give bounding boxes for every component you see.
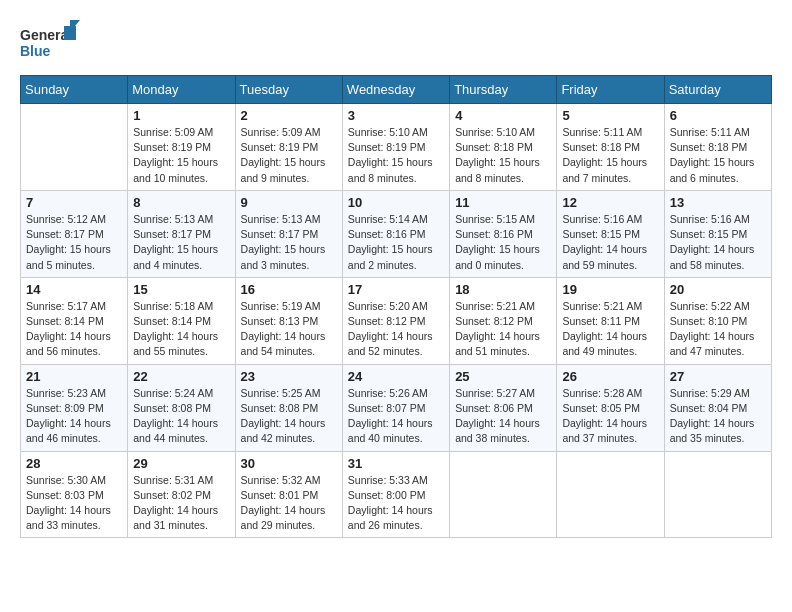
calendar-cell: 14Sunrise: 5:17 AMSunset: 8:14 PMDayligh… xyxy=(21,277,128,364)
day-info: Sunrise: 5:24 AMSunset: 8:08 PMDaylight:… xyxy=(133,386,229,447)
day-info: Sunrise: 5:32 AMSunset: 8:01 PMDaylight:… xyxy=(241,473,337,534)
day-number: 4 xyxy=(455,108,551,123)
calendar-cell: 21Sunrise: 5:23 AMSunset: 8:09 PMDayligh… xyxy=(21,364,128,451)
weekday-header-monday: Monday xyxy=(128,76,235,104)
calendar-cell: 25Sunrise: 5:27 AMSunset: 8:06 PMDayligh… xyxy=(450,364,557,451)
calendar-cell: 11Sunrise: 5:15 AMSunset: 8:16 PMDayligh… xyxy=(450,190,557,277)
calendar-cell: 7Sunrise: 5:12 AMSunset: 8:17 PMDaylight… xyxy=(21,190,128,277)
calendar-cell: 4Sunrise: 5:10 AMSunset: 8:18 PMDaylight… xyxy=(450,104,557,191)
day-number: 22 xyxy=(133,369,229,384)
calendar-cell: 5Sunrise: 5:11 AMSunset: 8:18 PMDaylight… xyxy=(557,104,664,191)
day-info: Sunrise: 5:14 AMSunset: 8:16 PMDaylight:… xyxy=(348,212,444,273)
weekday-header-thursday: Thursday xyxy=(450,76,557,104)
day-number: 23 xyxy=(241,369,337,384)
day-number: 6 xyxy=(670,108,766,123)
day-info: Sunrise: 5:21 AMSunset: 8:11 PMDaylight:… xyxy=(562,299,658,360)
day-number: 11 xyxy=(455,195,551,210)
calendar-cell: 29Sunrise: 5:31 AMSunset: 8:02 PMDayligh… xyxy=(128,451,235,538)
day-number: 13 xyxy=(670,195,766,210)
calendar-cell: 30Sunrise: 5:32 AMSunset: 8:01 PMDayligh… xyxy=(235,451,342,538)
calendar-cell: 31Sunrise: 5:33 AMSunset: 8:00 PMDayligh… xyxy=(342,451,449,538)
weekday-header-wednesday: Wednesday xyxy=(342,76,449,104)
calendar-week-1: 1Sunrise: 5:09 AMSunset: 8:19 PMDaylight… xyxy=(21,104,772,191)
day-info: Sunrise: 5:09 AMSunset: 8:19 PMDaylight:… xyxy=(241,125,337,186)
calendar-cell: 12Sunrise: 5:16 AMSunset: 8:15 PMDayligh… xyxy=(557,190,664,277)
day-number: 7 xyxy=(26,195,122,210)
day-info: Sunrise: 5:11 AMSunset: 8:18 PMDaylight:… xyxy=(562,125,658,186)
day-info: Sunrise: 5:27 AMSunset: 8:06 PMDaylight:… xyxy=(455,386,551,447)
svg-text:Blue: Blue xyxy=(20,43,51,59)
day-info: Sunrise: 5:29 AMSunset: 8:04 PMDaylight:… xyxy=(670,386,766,447)
day-number: 10 xyxy=(348,195,444,210)
day-number: 24 xyxy=(348,369,444,384)
day-info: Sunrise: 5:30 AMSunset: 8:03 PMDaylight:… xyxy=(26,473,122,534)
calendar-cell xyxy=(664,451,771,538)
day-number: 29 xyxy=(133,456,229,471)
calendar-table: SundayMondayTuesdayWednesdayThursdayFrid… xyxy=(20,75,772,538)
day-info: Sunrise: 5:18 AMSunset: 8:14 PMDaylight:… xyxy=(133,299,229,360)
calendar-week-4: 21Sunrise: 5:23 AMSunset: 8:09 PMDayligh… xyxy=(21,364,772,451)
day-number: 21 xyxy=(26,369,122,384)
day-number: 30 xyxy=(241,456,337,471)
calendar-cell xyxy=(21,104,128,191)
day-number: 14 xyxy=(26,282,122,297)
day-number: 5 xyxy=(562,108,658,123)
day-info: Sunrise: 5:12 AMSunset: 8:17 PMDaylight:… xyxy=(26,212,122,273)
day-number: 1 xyxy=(133,108,229,123)
calendar-cell: 22Sunrise: 5:24 AMSunset: 8:08 PMDayligh… xyxy=(128,364,235,451)
calendar-cell: 3Sunrise: 5:10 AMSunset: 8:19 PMDaylight… xyxy=(342,104,449,191)
calendar-cell: 10Sunrise: 5:14 AMSunset: 8:16 PMDayligh… xyxy=(342,190,449,277)
calendar-cell: 9Sunrise: 5:13 AMSunset: 8:17 PMDaylight… xyxy=(235,190,342,277)
day-info: Sunrise: 5:15 AMSunset: 8:16 PMDaylight:… xyxy=(455,212,551,273)
day-info: Sunrise: 5:16 AMSunset: 8:15 PMDaylight:… xyxy=(562,212,658,273)
day-number: 8 xyxy=(133,195,229,210)
weekday-header-sunday: Sunday xyxy=(21,76,128,104)
day-number: 20 xyxy=(670,282,766,297)
day-info: Sunrise: 5:28 AMSunset: 8:05 PMDaylight:… xyxy=(562,386,658,447)
day-info: Sunrise: 5:26 AMSunset: 8:07 PMDaylight:… xyxy=(348,386,444,447)
day-info: Sunrise: 5:31 AMSunset: 8:02 PMDaylight:… xyxy=(133,473,229,534)
calendar-week-3: 14Sunrise: 5:17 AMSunset: 8:14 PMDayligh… xyxy=(21,277,772,364)
day-info: Sunrise: 5:10 AMSunset: 8:19 PMDaylight:… xyxy=(348,125,444,186)
calendar-cell: 19Sunrise: 5:21 AMSunset: 8:11 PMDayligh… xyxy=(557,277,664,364)
calendar-cell: 1Sunrise: 5:09 AMSunset: 8:19 PMDaylight… xyxy=(128,104,235,191)
day-info: Sunrise: 5:13 AMSunset: 8:17 PMDaylight:… xyxy=(241,212,337,273)
day-number: 26 xyxy=(562,369,658,384)
day-info: Sunrise: 5:16 AMSunset: 8:15 PMDaylight:… xyxy=(670,212,766,273)
day-info: Sunrise: 5:23 AMSunset: 8:09 PMDaylight:… xyxy=(26,386,122,447)
calendar-week-2: 7Sunrise: 5:12 AMSunset: 8:17 PMDaylight… xyxy=(21,190,772,277)
calendar-cell xyxy=(557,451,664,538)
calendar-cell: 2Sunrise: 5:09 AMSunset: 8:19 PMDaylight… xyxy=(235,104,342,191)
day-number: 9 xyxy=(241,195,337,210)
logo-svg: GeneralBlue xyxy=(20,20,80,65)
day-number: 27 xyxy=(670,369,766,384)
day-number: 25 xyxy=(455,369,551,384)
day-info: Sunrise: 5:19 AMSunset: 8:13 PMDaylight:… xyxy=(241,299,337,360)
logo: GeneralBlue xyxy=(20,20,80,65)
calendar-cell: 18Sunrise: 5:21 AMSunset: 8:12 PMDayligh… xyxy=(450,277,557,364)
day-number: 18 xyxy=(455,282,551,297)
day-info: Sunrise: 5:22 AMSunset: 8:10 PMDaylight:… xyxy=(670,299,766,360)
weekday-header-saturday: Saturday xyxy=(664,76,771,104)
day-info: Sunrise: 5:17 AMSunset: 8:14 PMDaylight:… xyxy=(26,299,122,360)
day-info: Sunrise: 5:20 AMSunset: 8:12 PMDaylight:… xyxy=(348,299,444,360)
day-info: Sunrise: 5:21 AMSunset: 8:12 PMDaylight:… xyxy=(455,299,551,360)
day-number: 17 xyxy=(348,282,444,297)
calendar-cell: 24Sunrise: 5:26 AMSunset: 8:07 PMDayligh… xyxy=(342,364,449,451)
day-number: 3 xyxy=(348,108,444,123)
day-info: Sunrise: 5:09 AMSunset: 8:19 PMDaylight:… xyxy=(133,125,229,186)
calendar-cell: 28Sunrise: 5:30 AMSunset: 8:03 PMDayligh… xyxy=(21,451,128,538)
day-number: 28 xyxy=(26,456,122,471)
calendar-cell: 27Sunrise: 5:29 AMSunset: 8:04 PMDayligh… xyxy=(664,364,771,451)
day-number: 16 xyxy=(241,282,337,297)
calendar-cell xyxy=(450,451,557,538)
day-info: Sunrise: 5:25 AMSunset: 8:08 PMDaylight:… xyxy=(241,386,337,447)
calendar-cell: 8Sunrise: 5:13 AMSunset: 8:17 PMDaylight… xyxy=(128,190,235,277)
calendar-cell: 26Sunrise: 5:28 AMSunset: 8:05 PMDayligh… xyxy=(557,364,664,451)
weekday-header-friday: Friday xyxy=(557,76,664,104)
day-info: Sunrise: 5:33 AMSunset: 8:00 PMDaylight:… xyxy=(348,473,444,534)
day-info: Sunrise: 5:13 AMSunset: 8:17 PMDaylight:… xyxy=(133,212,229,273)
day-info: Sunrise: 5:11 AMSunset: 8:18 PMDaylight:… xyxy=(670,125,766,186)
calendar-cell: 16Sunrise: 5:19 AMSunset: 8:13 PMDayligh… xyxy=(235,277,342,364)
calendar-cell: 20Sunrise: 5:22 AMSunset: 8:10 PMDayligh… xyxy=(664,277,771,364)
